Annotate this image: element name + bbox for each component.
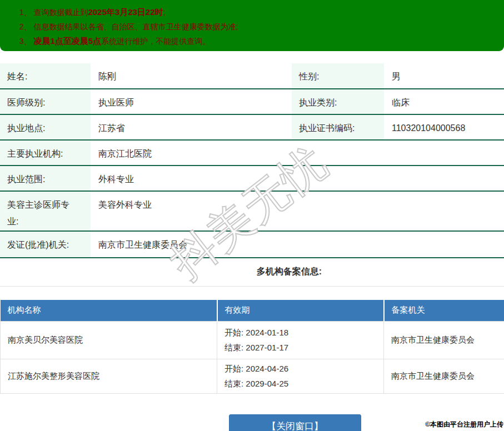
notice-line-1: 1、 查询数据截止到2025年3月23日22时; [19, 5, 498, 19]
field-label-main-institution: 主要执业机构: [0, 140, 91, 166]
period-start: 开始: 2024-04-26 [224, 361, 383, 376]
notice-line-3-tail: 系统进行维护，不能提供查询。 [101, 37, 210, 46]
table-row: 美容主诊医师专业: 美容外科专业 [0, 191, 504, 231]
notice-line-2: 2、 信息数据结果以各省、自治区、直辖市卫生健康委数据为准; [19, 19, 498, 34]
field-value-gender: 男 [384, 63, 504, 89]
field-label-gender: 性别: [292, 63, 384, 89]
field-label-issuing-authority: 发证(批准)机关: [0, 231, 91, 258]
valid-period-cell: 开始: 2024-01-18 结束: 2027-01-17 [217, 321, 384, 359]
notice-line-2-text: 2、 信息数据结果以各省、自治区、直辖市卫生健康委数据为准; [19, 22, 238, 31]
org-name-cell: 南京美贝尔美容医院 [1, 321, 217, 359]
field-label-name: 姓名: [0, 63, 91, 89]
record-authority-cell: 南京市卫生健康委员会 [384, 359, 504, 393]
table-row: 医师级别: 执业医师 执业类别: 临床 [0, 89, 504, 114]
column-header-org-name: 机构名称 [1, 300, 217, 321]
notice-banner: 1、 查询数据截止到2025年3月23日22时; 2、 信息数据结果以各省、自治… [0, 0, 504, 51]
period-start: 开始: 2024-01-18 [224, 325, 383, 340]
field-label-cosmetic-specialty: 美容主诊医师专业: [0, 191, 91, 231]
notice-line-3-bold: 凌晨1点至凌晨5点 [34, 36, 102, 46]
valid-period-cell: 开始: 2024-04-26 结束: 2029-04-25 [217, 359, 384, 393]
field-value-issuing-authority: 南京市卫生健康委员会 [91, 231, 504, 258]
field-value-certificate-no: 110320104000568 [384, 114, 504, 140]
table-header-row: 机构名称 有效期 备案机关 [1, 300, 504, 321]
table-row: 执业范围: 外科专业 [0, 166, 504, 191]
table-row: 执业地点: 江苏省 执业证书编码: 110320104000568 [0, 114, 504, 140]
field-label-practice-type: 执业类别: [292, 89, 384, 114]
org-name-cell: 江苏施尔美整形美容医院 [1, 359, 217, 393]
notice-line-1-punct: ; [163, 8, 166, 17]
field-label-doctor-level: 医师级别: [0, 89, 91, 114]
notice-line-1-bold: 2025年3月23日22时 [88, 7, 163, 17]
field-value-name: 陈刚 [91, 63, 292, 89]
field-value-main-institution: 南京江北医院 [91, 140, 504, 166]
field-label-practice-location: 执业地点: [0, 114, 91, 140]
period-end: 结束: 2029-04-25 [224, 376, 383, 391]
column-header-valid-period: 有效期 [217, 300, 384, 321]
table-row: 姓名: 陈刚 性别: 男 [0, 63, 504, 89]
field-value-practice-location: 江苏省 [91, 114, 292, 140]
upload-credit-watermark: ©本图由平台注册用户上传 [425, 420, 503, 429]
doctor-info-table: 姓名: 陈刚 性别: 男 医师级别: 执业医师 执业类别: 临床 执业地点: 江… [0, 63, 504, 258]
column-header-record-authority: 备案机关 [384, 300, 504, 321]
multi-org-section-title: 多机构备案信息: [74, 266, 504, 278]
notice-line-3: 3、 凌晨1点至凌晨5点系统进行维护，不能提供查询。 [19, 34, 498, 48]
field-label-certificate-no: 执业证书编码: [292, 114, 384, 140]
notice-line-1-text: 1、 查询数据截止到 [19, 8, 88, 17]
multi-org-records-table: 机构名称 有效期 备案机关 南京美贝尔美容医院 开始: 2024-01-18 结… [0, 300, 504, 394]
field-value-practice-type: 临床 [384, 89, 504, 114]
table-row: 南京美贝尔美容医院 开始: 2024-01-18 结束: 2027-01-17 … [1, 321, 504, 359]
field-label-practice-scope: 执业范围: [0, 166, 91, 191]
field-value-practice-scope: 外科专业 [91, 166, 504, 191]
record-authority-cell: 南京市卫生健康委员会 [384, 321, 504, 359]
table-row: 发证(批准)机关: 南京市卫生健康委员会 [0, 231, 504, 258]
notice-line-3-text: 3、 [19, 37, 34, 46]
table-row: 江苏施尔美整形美容医院 开始: 2024-04-26 结束: 2029-04-2… [1, 359, 504, 393]
close-window-button[interactable]: 【关闭窗口】 [229, 414, 361, 431]
period-end: 结束: 2027-01-17 [224, 340, 383, 355]
table-row: 主要执业机构: 南京江北医院 [0, 140, 504, 166]
field-value-doctor-level: 执业医师 [91, 89, 292, 114]
section-divider [0, 286, 504, 287]
field-value-cosmetic-specialty: 美容外科专业 [91, 191, 504, 231]
